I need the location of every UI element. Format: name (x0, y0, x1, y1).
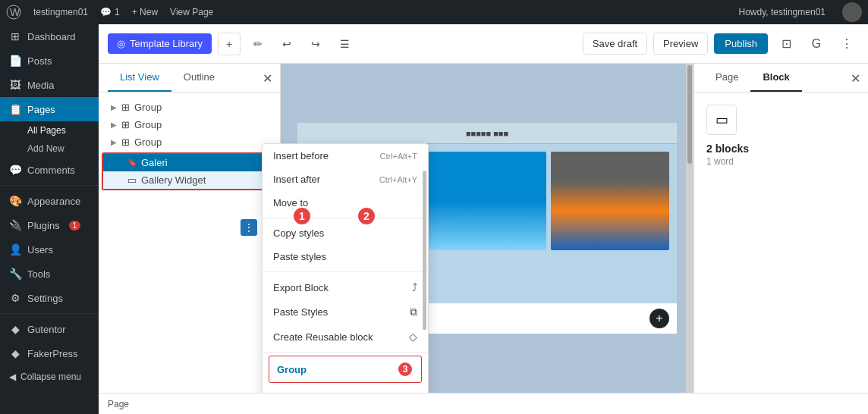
ctx-insert-before[interactable]: Insert before Ctrl+Alt+T (263, 144, 428, 168)
edit-button[interactable]: ✏ (247, 33, 269, 55)
tab-block[interactable]: Block (750, 64, 801, 92)
sidebar: ⊞ Dashboard 📄 Posts 🖼 Media 📋 Pages All … (0, 24, 99, 414)
site-name[interactable]: testingmen01 (33, 7, 88, 17)
ctx-paste-styles2[interactable]: Paste Styles ⧉ (263, 300, 428, 325)
sidebar-item-pages[interactable]: 📋 Pages (0, 97, 99, 121)
editor-toolbar: ◎ Template Library + ✏ ↩ ↪ ☰ Save draft … (99, 24, 868, 64)
ctx-divider-1 (263, 218, 428, 218)
ctx-label: Insert after (273, 174, 320, 185)
template-lib-icon: ◎ (117, 38, 125, 49)
sidebar-item-appearance[interactable]: 🎨 Appearance (0, 189, 99, 213)
tree-item-gallery-widget[interactable]: ▭ Gallery Widget (103, 171, 275, 189)
ctx-label: Paste Styles (273, 306, 328, 318)
scrollbar-thumb (687, 65, 692, 164)
sidebar-item-fakerpress[interactable]: ◆ FakerPress (0, 341, 99, 365)
redo-button[interactable]: ↪ (304, 33, 327, 55)
canvas-add-button[interactable]: + (649, 309, 669, 328)
svg-text:W: W (10, 6, 20, 18)
appearance-icon: 🎨 (9, 195, 21, 207)
tree-item-galeri[interactable]: 🔖 Galeri (103, 154, 275, 171)
ctx-shortcut: Ctrl+Alt+T (379, 152, 417, 161)
add-block-button[interactable]: + (218, 33, 241, 55)
gallery-widget-icon: ▭ (127, 174, 137, 186)
canvas-scrollbar[interactable] (686, 64, 693, 393)
undo-button[interactable]: ↩ (275, 33, 298, 55)
gutentor-toolbar-button[interactable]: G (804, 32, 829, 56)
panel-tabs: List View Outline ✕ (99, 64, 280, 93)
ctx-export-block[interactable]: Export Block ⤴ (263, 275, 428, 300)
sidebar-item-posts[interactable]: 📄 Posts (0, 49, 99, 73)
plugins-badge: 1 (69, 221, 81, 231)
template-library-button[interactable]: ◎ Template Library (108, 33, 212, 54)
ctx-copy-styles[interactable]: Copy styles (263, 221, 428, 245)
bottom-bar-label: Page (108, 399, 129, 409)
new-item[interactable]: + New (132, 7, 158, 17)
gallery-image-ocean (428, 152, 546, 250)
preview-button[interactable]: Preview (653, 33, 708, 55)
badge-one: 1 (292, 206, 312, 226)
toggle-sidebar-button[interactable]: ⊡ (774, 32, 798, 56)
editor-content-row: List View Outline ✕ ▶ ⊞ Group ▶ ⊞ Group (99, 64, 868, 393)
howdy-text: Howdy, testingmen01 (738, 7, 826, 17)
tree-item-group-2[interactable]: ▶ ⊞ Group (99, 116, 280, 133)
tree-item-label: Galeri (141, 157, 168, 168)
ctx-group[interactable]: Group 3 (269, 356, 422, 383)
tree-item-group-1[interactable]: ▶ ⊞ Group (99, 99, 280, 116)
right-panel-content: ▭ 2 blocks 1 word (694, 93, 868, 179)
sidebar-item-label: Settings (27, 293, 63, 304)
panel-close-button[interactable]: ✕ (263, 71, 272, 86)
ctx-paste-styles[interactable]: Paste styles (263, 245, 428, 268)
tree-item-group-icon: ⊞ (121, 136, 130, 148)
sidebar-item-label: Comments (27, 165, 75, 176)
publish-button[interactable]: Publish (714, 33, 768, 54)
sidebar-item-users[interactable]: 👤 Users (0, 237, 99, 262)
view-page-link[interactable]: View Page (170, 7, 213, 17)
sidebar-item-comments[interactable]: 💬 Comments (0, 158, 99, 182)
sidebar-item-all-pages[interactable]: All Pages (18, 121, 99, 140)
list-view-panel: List View Outline ✕ ▶ ⊞ Group ▶ ⊞ Group (99, 64, 281, 393)
block-icon: ▭ (706, 105, 737, 135)
sidebar-item-dashboard[interactable]: ⊞ Dashboard (0, 24, 99, 49)
tools-icon: 🔧 (9, 268, 21, 280)
sidebar-item-label: Posts (27, 55, 52, 67)
chevron-icon: 🔖 (127, 158, 137, 167)
sidebar-item-add-new[interactable]: Add New (18, 140, 99, 158)
save-draft-button[interactable]: Save draft (583, 33, 647, 55)
sidebar-item-label: Gutentor (27, 324, 66, 335)
block-count-label: 2 blocks (706, 143, 856, 155)
sidebar-item-plugins[interactable]: 🔌 Plugins 1 (0, 213, 99, 237)
sidebar-item-media[interactable]: 🖼 Media (0, 73, 99, 97)
ctx-move-to[interactable]: Move to (263, 191, 428, 215)
ctx-shortcut: Ctrl+Alt+Y (379, 175, 417, 184)
ctx-label: Copy styles (273, 227, 324, 239)
tab-outline[interactable]: Outline (171, 64, 227, 92)
ctx-insert-after[interactable]: Insert after Ctrl+Alt+Y (263, 168, 428, 191)
sidebar-item-label: FakerPress (27, 348, 77, 359)
tree-item-label: Group (134, 136, 162, 148)
tree-item-group-3[interactable]: ▶ ⊞ Group (99, 133, 280, 151)
editor-area: ◎ Template Library + ✏ ↩ ↪ ☰ Save draft … (99, 24, 868, 414)
tree-item-label: Gallery Widget (141, 174, 206, 186)
ctx-create-reusable[interactable]: Create Reusable block ◇ (263, 325, 428, 349)
ctx-remove-blocks[interactable]: Remove blocks Shift+Alt+Z (263, 386, 428, 393)
badge-two: 2 (357, 206, 376, 226)
tree-item-group-icon: ⊞ (121, 119, 130, 130)
menu-button[interactable]: ☰ (333, 33, 356, 55)
collapse-label: Collapse menu (20, 372, 81, 382)
sidebar-item-tools[interactable]: 🔧 Tools (0, 262, 99, 286)
three-dots-panel-button[interactable]: ⋮ (241, 219, 257, 236)
collapse-menu-button[interactable]: ◀ Collapse menu (0, 365, 99, 388)
more-options-button[interactable]: ⋮ (835, 32, 859, 56)
right-panel-close-button[interactable]: ✕ (851, 71, 860, 86)
sidebar-item-settings[interactable]: ⚙ Settings (0, 286, 99, 310)
sidebar-item-gutentor[interactable]: ◆ Gutentor (0, 317, 99, 341)
panel-content: ▶ ⊞ Group ▶ ⊞ Group ▶ ⊞ Group (99, 93, 280, 393)
bottom-bar: Page (99, 393, 868, 414)
fakerpress-icon: ◆ (9, 347, 21, 359)
tree-item-label: Group (134, 102, 162, 113)
sidebar-divider (0, 185, 99, 186)
comment-count: 💬1 (100, 7, 120, 17)
tab-list-view[interactable]: List View (108, 64, 171, 92)
avatar (842, 2, 862, 22)
tab-page[interactable]: Page (703, 64, 750, 92)
